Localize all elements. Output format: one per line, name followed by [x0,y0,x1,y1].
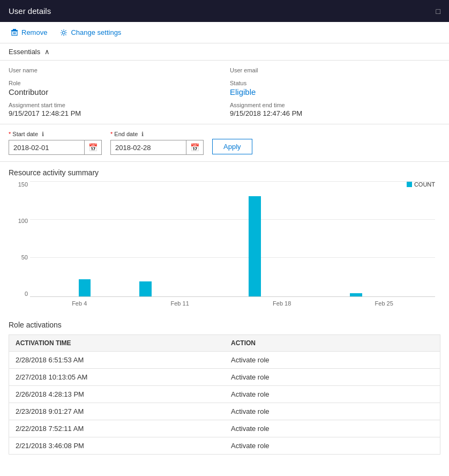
y-label-150: 150 [18,181,28,188]
status-value: Eligible [230,87,440,96]
activation-action-1: Activate role [224,352,440,368]
y-axis: 150 100 50 0 [9,181,30,297]
end-date-info-icon: ℹ [141,131,144,137]
assignment-start-label: Assignment start time [9,102,219,108]
activation-time-3: 2/26/2018 4:28:13 PM [9,386,224,403]
role-value: Contributor [9,87,219,96]
col-header-time: ACTIVATION TIME [9,335,224,351]
x-label-feb11: Feb 11 [171,300,189,307]
role-activations-title: Role activations [9,321,440,329]
x-label-feb4: Feb 4 [72,300,87,307]
apply-button[interactable]: Apply [212,139,252,154]
chart-title: Resource activity summary [9,168,440,177]
end-date-field: * End date ℹ 📅 [110,131,204,155]
end-date-input[interactable] [111,141,186,154]
bar-feb18 [249,196,261,296]
x-label-feb25: Feb 25 [375,300,393,307]
activation-time-1: 2/28/2018 6:51:53 AM [9,352,224,368]
end-date-input-wrap: 📅 [110,140,204,155]
assignment-end-field: Assignment end time 9/15/2018 12:47:46 P… [230,102,440,117]
table-header: ACTIVATION TIME ACTION [9,335,440,352]
title-bar: User details □ [0,0,449,22]
role-label: Role [9,80,219,86]
remove-button[interactable]: Remove [9,27,49,38]
date-filter: * Start date ℹ 📅 * End date ℹ 📅 Apply [0,124,449,162]
table-row: 2/21/2018 3:46:08 PM Activate role [9,437,440,454]
grid-line-100 [30,219,435,220]
start-date-info-icon: ℹ [42,131,44,137]
remove-label: Remove [21,28,47,36]
start-date-label: * Start date ℹ [9,131,102,138]
user-email-label: User email [230,67,440,73]
role-field: Role Contributor [9,80,219,96]
assignment-end-value: 9/15/2018 12:47:46 PM [230,109,440,117]
svg-rect-2 [13,32,14,34]
essentials-label: Essentials [9,48,40,56]
end-date-calendar-button[interactable]: 📅 [186,140,203,154]
status-label: Status [230,80,440,86]
chart-section: Resource activity summary COUNT 150 100 … [0,162,449,314]
toolbar: Remove Change settings [0,22,449,43]
user-email-field: User email [230,67,440,75]
essentials-section: User name User email Role Contributor St… [0,61,449,124]
activation-action-2: Activate role [224,369,440,385]
table-row: 2/26/2018 4:28:13 PM Activate role [9,386,440,403]
y-label-0: 0 [25,291,28,297]
bar-feb4-1 [79,279,91,296]
end-date-required: * [110,131,113,137]
user-name-field: User name [9,67,219,75]
activations-table: ACTIVATION TIME ACTION 2/28/2018 6:51:53… [9,334,440,455]
activation-time-2: 2/27/2018 10:13:05 AM [9,369,224,385]
remove-icon [11,29,18,36]
bar-feb25 [350,293,362,296]
start-date-calendar-button[interactable]: 📅 [84,140,101,154]
activation-action-4: Activate role [224,403,440,420]
y-label-50: 50 [21,254,28,261]
x-axis: Feb 4 Feb 11 Feb 18 Feb 25 [30,297,435,310]
status-field: Status Eligible [230,80,440,96]
user-name-label: User name [9,67,219,73]
start-date-input[interactable] [9,141,84,154]
bar-feb11-1 [139,281,152,296]
grid-line-50 [30,257,435,258]
start-date-field: * Start date ℹ 📅 [9,131,102,155]
col-header-action: ACTION [224,335,440,351]
assignment-end-label: Assignment end time [230,102,440,108]
svg-rect-4 [13,29,16,30]
gear-icon [60,29,68,36]
table-row: 2/22/2018 7:52:11 AM Activate role [9,420,440,437]
svg-point-5 [63,31,65,34]
activation-action-5: Activate role [224,420,440,437]
start-date-required: * [9,131,11,137]
activation-time-5: 2/22/2018 7:52:11 AM [9,420,224,437]
table-row: 2/27/2018 10:13:05 AM Activate role [9,369,440,386]
y-label-100: 100 [18,218,28,224]
collapse-icon: ∧ [44,48,50,56]
activation-action-3: Activate role [224,386,440,403]
activation-action-6: Activate role [224,437,440,454]
table-row: 2/23/2018 9:01:27 AM Activate role [9,403,440,420]
essentials-header[interactable]: Essentials ∧ [0,43,449,61]
table-row: 2/28/2018 6:51:53 AM Activate role [9,352,440,369]
svg-rect-1 [12,31,17,35]
grid-line-150 [30,181,435,182]
activations-section: Role activations ACTIVATION TIME ACTION … [0,314,449,455]
window-restore-icon[interactable]: □ [436,7,440,16]
activation-time-6: 2/21/2018 3:46:08 PM [9,437,224,454]
assignment-start-value: 9/15/2017 12:48:21 PM [9,109,219,117]
window-title: User details [9,6,51,16]
assignment-start-field: Assignment start time 9/15/2017 12:48:21… [9,102,219,117]
x-label-feb18: Feb 18 [273,300,291,307]
chart-container: COUNT 150 100 50 0 Feb 4 Feb [9,181,440,310]
end-date-label: * End date ℹ [110,131,204,138]
change-settings-button[interactable]: Change settings [58,27,123,38]
chart-area [30,181,435,297]
activation-time-4: 2/23/2018 9:01:27 AM [9,403,224,420]
svg-rect-3 [15,32,16,34]
start-date-input-wrap: 📅 [9,140,102,155]
change-settings-label: Change settings [71,28,121,36]
